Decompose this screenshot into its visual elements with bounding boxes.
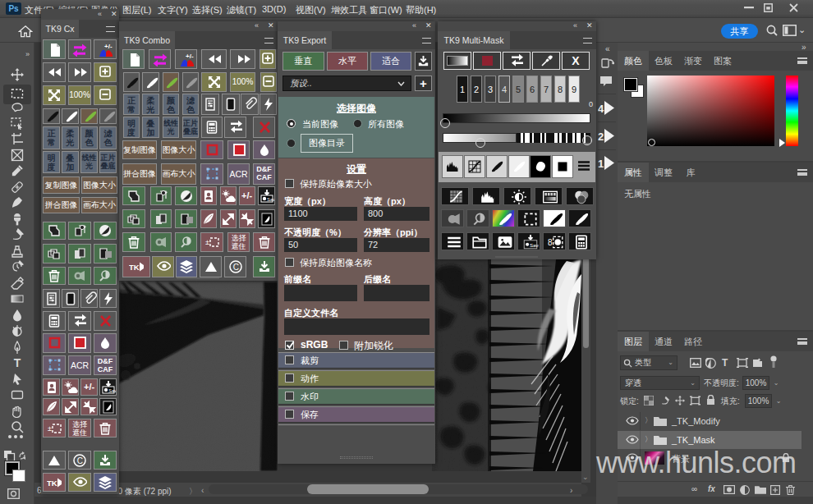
svg-text:±: ±	[48, 424, 52, 433]
svg-text:Save: Save	[267, 196, 274, 201]
svg-text:+/-: +/-	[241, 190, 252, 200]
svg-text:+/-: +/-	[186, 53, 194, 60]
svg-text:±: ±	[205, 238, 209, 246]
svg-text:+/-: +/-	[104, 43, 113, 50]
svg-text:4: 4	[598, 103, 604, 115]
svg-text:Save: Save	[108, 387, 116, 392]
svg-text:1: 1	[598, 158, 604, 170]
svg-text:2: 2	[598, 131, 604, 143]
svg-text:C: C	[77, 456, 83, 465]
svg-text:TK: TK	[129, 263, 140, 272]
svg-text:Save: Save	[529, 242, 538, 248]
svg-text:TK: TK	[47, 479, 57, 488]
svg-text:C: C	[232, 263, 238, 272]
svg-text:8: 8	[548, 238, 553, 247]
svg-text:+/-: +/-	[84, 382, 94, 392]
